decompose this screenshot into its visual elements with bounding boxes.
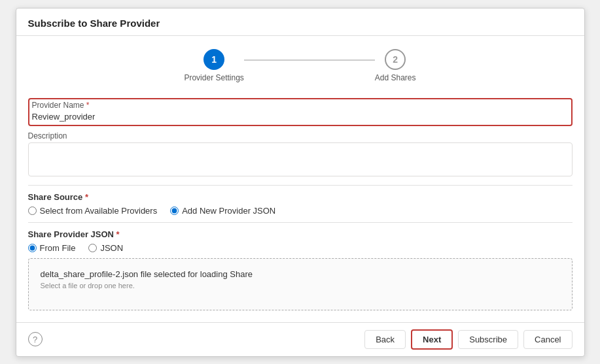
description-input[interactable]: [28, 142, 573, 176]
json-source-radio-group: From File JSON: [28, 243, 573, 253]
modal-title: Subscribe to Share Provider: [28, 18, 160, 29]
provider-name-value: Review_provider: [32, 110, 569, 124]
footer-left: ?: [28, 332, 43, 346]
file-sub-text: Select a file or drop one here.: [41, 282, 560, 290]
stepper-connector: [244, 59, 375, 61]
radio-select-available-label: Select from Available Providers: [40, 206, 158, 216]
divider-1: [28, 185, 573, 186]
radio-select-available-input[interactable]: [28, 207, 37, 215]
radio-from-file-label: From File: [40, 243, 76, 253]
file-drop-area[interactable]: delta_share_profile-2.json file selected…: [28, 258, 573, 310]
share-provider-json-heading: Share Provider JSON *: [28, 229, 573, 239]
radio-add-new-json-input[interactable]: [170, 207, 179, 215]
provider-name-section: Provider Name * Review_provider: [28, 98, 573, 126]
radio-json-option-label: JSON: [100, 243, 123, 253]
radio-json-option[interactable]: JSON: [88, 243, 123, 253]
radio-add-new-json[interactable]: Add New Provider JSON: [170, 206, 275, 216]
step-1: 1 Provider Settings: [184, 49, 243, 82]
step-2-label: Add Shares: [375, 73, 416, 82]
radio-json-option-input[interactable]: [88, 244, 97, 252]
share-source-section: Share Source * Select from Available Pro…: [28, 192, 573, 216]
step-2: 2 Add Shares: [375, 49, 416, 82]
help-icon[interactable]: ?: [28, 332, 43, 346]
step-1-circle: 1: [203, 49, 224, 70]
back-button[interactable]: Back: [364, 330, 406, 349]
share-source-heading: Share Source *: [28, 192, 573, 202]
share-source-radio-group: Select from Available Providers Add New …: [28, 206, 573, 216]
description-section: Description: [28, 131, 573, 178]
radio-from-file[interactable]: From File: [28, 243, 76, 253]
stepper: 1 Provider Settings 2 Add Shares: [16, 36, 584, 91]
footer-right: Back Next Subscribe Cancel: [364, 329, 572, 350]
description-label: Description: [28, 131, 573, 141]
provider-name-label: Provider Name *: [32, 101, 569, 110]
modal-footer: ? Back Next Subscribe Cancel: [16, 322, 584, 356]
modal-header: Subscribe to Share Provider: [16, 8, 584, 36]
modal-container: Subscribe to Share Provider 1 Provider S…: [16, 8, 585, 357]
radio-select-available[interactable]: Select from Available Providers: [28, 206, 158, 216]
step-2-circle: 2: [385, 49, 406, 70]
file-main-text: delta_share_profile-2.json file selected…: [41, 269, 560, 279]
subscribe-button[interactable]: Subscribe: [458, 330, 518, 349]
radio-add-new-json-label: Add New Provider JSON: [182, 206, 275, 216]
share-provider-json-section: Share Provider JSON * From File JSON del…: [28, 229, 573, 310]
divider-2: [28, 222, 573, 223]
step-1-label: Provider Settings: [184, 73, 243, 82]
next-button[interactable]: Next: [411, 329, 453, 350]
modal-body: Provider Name * Review_provider Descript…: [16, 91, 584, 322]
radio-from-file-input[interactable]: [28, 244, 37, 252]
cancel-button[interactable]: Cancel: [523, 330, 572, 349]
